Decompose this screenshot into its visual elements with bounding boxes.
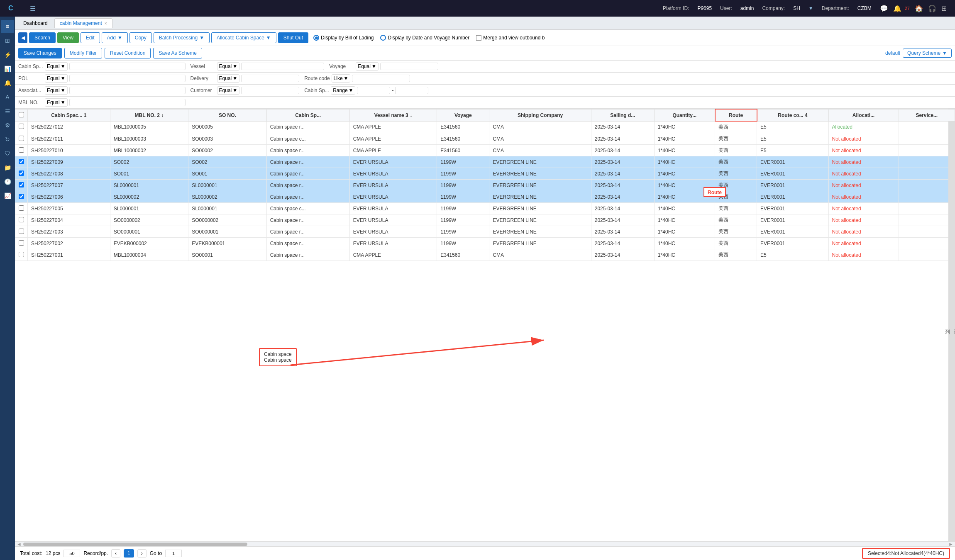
apps-icon[interactable]: ⊞ (941, 5, 947, 12)
scroll-thumb[interactable] (23, 543, 247, 546)
cabin-sp2-from-input[interactable] (357, 87, 390, 94)
col-vessel-name[interactable]: Vessel name 3 ↓ (349, 109, 437, 121)
sidebar-icon-nav[interactable]: ≡ (1, 20, 14, 33)
sidebar-icon-list[interactable]: ☰ (1, 105, 14, 118)
hamburger-icon[interactable]: ☰ (30, 5, 36, 12)
sidebar-icon-folder[interactable]: 📁 (1, 161, 14, 174)
view-button[interactable]: View (57, 32, 79, 43)
associat-op-select[interactable]: Equal ▼ (45, 86, 68, 95)
select-all-checkbox[interactable] (19, 112, 24, 117)
row-checkbox[interactable] (19, 159, 24, 164)
sidebar-icon-bell[interactable]: 🔔 (1, 76, 14, 90)
table-row[interactable]: SH250227003 SO0000001 SO0000001 Cabin sp… (15, 226, 955, 238)
radio-date-voyage[interactable]: Display by Date and Voyage Number (380, 35, 469, 41)
voyage-op-select[interactable]: Equal ▼ (356, 62, 379, 71)
message-icon[interactable]: 💬 (880, 5, 888, 12)
col-service[interactable]: Service... (899, 109, 955, 121)
save-changes-button[interactable]: Save Changes (18, 48, 62, 58)
batch-processing-button[interactable]: Batch Processing ▼ (154, 32, 210, 43)
col-route[interactable]: Route (715, 109, 757, 121)
cabin-sp2-to-input[interactable] (395, 87, 428, 94)
row-checkbox-cell[interactable] (15, 214, 28, 226)
shut-out-button[interactable]: Shut Out (278, 32, 308, 43)
vessel-input[interactable] (241, 63, 324, 70)
query-scheme-button[interactable]: Query Scheme ▼ (903, 49, 952, 58)
per-page-input[interactable] (64, 550, 80, 557)
row-checkbox[interactable] (19, 194, 24, 199)
table-row[interactable]: SH250227004 SO0000002 SO0000002 Cabin sp… (15, 214, 955, 226)
customer-op-select[interactable]: Equal ▼ (217, 86, 240, 95)
sidebar-icon-shield[interactable]: 🛡 (1, 147, 14, 160)
col-so-no[interactable]: SO NO. (188, 109, 266, 121)
col-cabin-space[interactable]: Cabin Spac... 1 (28, 109, 110, 121)
sidebar-icon-settings[interactable]: ⚙ (1, 119, 14, 132)
row-checkbox[interactable] (19, 205, 24, 211)
sidebar-icon-refresh[interactable]: ↻ (1, 133, 14, 146)
sidebar-icon-chart[interactable]: 📊 (1, 62, 14, 75)
row-checkbox-cell[interactable] (15, 156, 28, 168)
delivery-op-select[interactable]: Equal ▼ (217, 74, 240, 83)
col-shipping-company[interactable]: Shipping Company (489, 109, 591, 121)
row-checkbox[interactable] (19, 252, 24, 257)
add-dropdown-icon[interactable]: ▼ (117, 35, 122, 41)
col-cabin-sp[interactable]: Cabin Sp... (266, 109, 349, 121)
row-checkbox-cell[interactable] (15, 238, 28, 249)
table-row[interactable]: SH250227002 EVEKB000002 EVEKB000001 Cabi… (15, 238, 955, 249)
table-row[interactable]: SH250227010 MBL10000002 SO00002 Cabin sp… (15, 145, 955, 156)
row-checkbox-cell[interactable] (15, 133, 28, 145)
allocate-dropdown-icon[interactable]: ▼ (266, 35, 271, 41)
row-checkbox[interactable] (19, 147, 24, 153)
pol-op-select[interactable]: Equal ▼ (45, 74, 68, 83)
row-checkbox[interactable] (19, 240, 24, 246)
header-checkbox-cell[interactable] (15, 109, 28, 121)
nav-back-button[interactable]: ◀ (18, 32, 27, 43)
merge-checkbox[interactable] (476, 35, 481, 41)
table-row[interactable]: SH250227001 MBL10000004 SO00001 Cabin sp… (15, 249, 955, 261)
sidebar-icon-grid[interactable]: ⊞ (1, 34, 14, 47)
table-row[interactable]: SH250227006 SL0000002 SL0000002 Cabin sp… (15, 191, 955, 203)
mbl-no-op-select[interactable]: Equal ▼ (45, 98, 68, 107)
associat-input[interactable] (69, 87, 186, 94)
cabin-sp-input[interactable] (69, 63, 186, 70)
row-checkbox-cell[interactable] (15, 121, 28, 133)
cabin-sp2-op-select[interactable]: Range ▼ (331, 86, 355, 95)
company-dropdown-icon[interactable]: ▼ (808, 5, 813, 11)
mbl-no-input[interactable] (69, 99, 186, 106)
table-row[interactable]: SH250227008 SO001 SO001 Cabin space r...… (15, 168, 955, 180)
row-checkbox[interactable] (19, 124, 24, 129)
col-mbl-no[interactable]: MBL NO. 2 ↓ (110, 109, 188, 121)
bell-icon[interactable]: 🔔 (893, 5, 901, 12)
col-allocation[interactable]: Allocati... (828, 109, 899, 121)
modify-filter-button[interactable]: Modify Filter (64, 48, 102, 58)
vessel-op-select[interactable]: Equal ▼ (217, 62, 240, 71)
tab-close-icon[interactable]: × (105, 21, 107, 26)
edit-button[interactable]: Edit (81, 32, 100, 43)
tab-dashboard[interactable]: Dashboard (18, 19, 53, 28)
row-checkbox-cell[interactable] (15, 168, 28, 180)
allocate-cabin-button[interactable]: Allocate Cabin Space ▼ (211, 32, 276, 43)
row-checkbox-cell[interactable] (15, 226, 28, 238)
row-checkbox[interactable] (19, 136, 24, 141)
voyage-input[interactable] (380, 63, 438, 70)
col-sailing-date[interactable]: Sailing d... (591, 109, 654, 121)
go-to-input[interactable] (165, 550, 182, 557)
route-code-input[interactable] (352, 75, 410, 82)
delivery-input[interactable] (241, 75, 299, 82)
table-row[interactable]: SH250227007 SL0000001 SL0000001 Cabin sp… (15, 180, 955, 191)
sidebar-icon-a[interactable]: A (1, 90, 14, 104)
page-next-button[interactable]: › (137, 549, 147, 558)
right-panel-toggle[interactable]: 设 列 (948, 109, 955, 541)
row-checkbox-cell[interactable] (15, 191, 28, 203)
horizontal-scrollbar[interactable]: ◄ ► (15, 541, 955, 546)
table-row[interactable]: SH250227011 MBL10000003 SO00003 Cabin sp… (15, 133, 955, 145)
add-button[interactable]: Add ▼ (102, 32, 128, 43)
row-checkbox[interactable] (19, 217, 24, 222)
row-checkbox-cell[interactable] (15, 145, 28, 156)
col-route-code[interactable]: Route co... 4 (757, 109, 828, 121)
customer-input[interactable] (241, 87, 299, 94)
sidebar-icon-clock[interactable]: 🕐 (1, 175, 14, 188)
tab-cabin-management[interactable]: cabin Management × (54, 18, 112, 28)
save-as-scheme-button[interactable]: Save As Scheme (153, 48, 202, 58)
sidebar-icon-stats[interactable]: 📈 (1, 189, 14, 202)
row-checkbox-cell[interactable] (15, 203, 28, 214)
